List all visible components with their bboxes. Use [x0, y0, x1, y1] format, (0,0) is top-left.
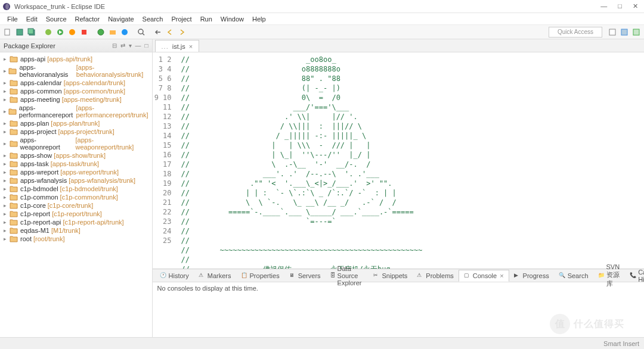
save-all-icon[interactable]: [26, 27, 37, 38]
menu-run[interactable]: Run: [197, 14, 216, 24]
bottom-tab-markers[interactable]: ⚠Markers: [194, 270, 236, 281]
external-tools-icon[interactable]: [79, 27, 89, 38]
tree-item[interactable]: ▸apps-task[apps-task/trunk]: [4, 160, 148, 168]
folder-icon: [10, 88, 18, 95]
tree-item[interactable]: ▸c1p-common[c1p-common/trunk]: [4, 193, 148, 201]
expand-icon[interactable]: ▸: [4, 80, 10, 86]
forward-icon[interactable]: [177, 27, 187, 38]
expand-icon[interactable]: ▸: [4, 236, 10, 242]
minimize-button[interactable]: —: [600, 2, 607, 10]
new-package-icon[interactable]: [107, 27, 118, 38]
bottom-tab-progress[interactable]: ▶Progress: [509, 270, 554, 281]
menu-source[interactable]: Source: [42, 14, 70, 24]
save-icon[interactable]: [14, 27, 25, 38]
tree-item[interactable]: ▸apps-behavioranalysis[apps-behavioranal…: [4, 63, 148, 79]
tree-item[interactable]: ▸apps-wfanalysis[apps-wfanalysis/trunk]: [4, 176, 148, 185]
search-icon[interactable]: [136, 27, 147, 38]
expand-icon[interactable]: ▸: [4, 68, 8, 74]
tree-item[interactable]: ▸c1p-report-api[c1p-report-api/trunk]: [4, 218, 148, 226]
menu-help[interactable]: Help: [249, 14, 270, 24]
expand-icon[interactable]: ▸: [4, 219, 10, 225]
bottom-tab-console[interactable]: ▢Console ×: [459, 270, 509, 282]
status-right: Smart Insert: [603, 340, 639, 347]
tree-item[interactable]: ▸apps-performancereport[apps-performance…: [4, 104, 148, 119]
window-title: Workspace_trunk - Eclipse IDE: [14, 3, 105, 10]
close-tab-icon[interactable]: ×: [189, 43, 193, 50]
tree-item[interactable]: ▸apps-common[apps-common/trunk]: [4, 87, 148, 95]
debug-icon[interactable]: [43, 27, 54, 38]
expand-icon[interactable]: ▸: [4, 96, 10, 102]
bottom-tab-history[interactable]: 🕐History: [155, 270, 194, 281]
bottom-tab-servers[interactable]: 🖥Servers: [284, 270, 326, 281]
bottom-tab-problems[interactable]: ⚠Problems: [412, 270, 458, 281]
tree-item[interactable]: ▸apps-api[apps-api/trunk]: [4, 55, 148, 63]
tree-item[interactable]: ▸apps-plan[apps-plan/trunk]: [4, 119, 148, 127]
tree-item[interactable]: ▸c1p-bdmodel[c1p-bdmodel/trunk]: [4, 185, 148, 193]
bottom-tab-svn-资源库[interactable]: 📁SVN 资源库: [593, 261, 626, 290]
project-tree[interactable]: ▸apps-api[apps-api/trunk]▸apps-behaviora…: [0, 52, 152, 337]
close-button[interactable]: ✕: [633, 2, 638, 10]
expand-icon[interactable]: ▸: [4, 88, 10, 94]
bottom-tab-snippets[interactable]: ✂Snippets: [369, 270, 413, 281]
link-editor-icon[interactable]: ⇄: [120, 42, 125, 49]
last-edit-icon[interactable]: [153, 27, 163, 38]
expand-icon[interactable]: ▸: [4, 177, 10, 183]
menu-project[interactable]: Project: [168, 14, 195, 24]
tree-item[interactable]: ▸apps-project[apps-project/trunk]: [4, 127, 148, 136]
bottom-tab-call-hierarchy[interactable]: 📞Call Hierarchy: [625, 267, 644, 285]
bottom-tab-data-source-explorer[interactable]: 🗄Data Source Explorer: [326, 263, 369, 288]
expand-icon[interactable]: ▸: [4, 141, 10, 147]
java-perspective-icon[interactable]: [619, 27, 630, 38]
menu-file[interactable]: File: [4, 14, 21, 24]
maximize-view-icon[interactable]: □: [145, 42, 148, 49]
collapse-all-icon[interactable]: ⊟: [112, 42, 117, 49]
back-icon[interactable]: [165, 27, 175, 38]
menu-navigate[interactable]: Navigate: [104, 14, 137, 24]
expand-icon[interactable]: ▸: [4, 161, 10, 167]
expand-icon[interactable]: ▸: [4, 202, 10, 208]
tree-item[interactable]: ▸apps-weaponreport[apps-weaponreport/tru…: [4, 136, 148, 151]
tree-item[interactable]: ▸c1p-core[c1p-core/trunk]: [4, 201, 148, 210]
menu-window[interactable]: Window: [217, 14, 247, 24]
bottom-tab-properties[interactable]: 📋Properties: [236, 270, 284, 281]
new-icon[interactable]: [2, 27, 13, 38]
folder-icon: [10, 177, 18, 184]
expand-icon[interactable]: ▸: [4, 120, 10, 126]
menu-refactor[interactable]: Refactor: [72, 14, 104, 24]
expand-icon[interactable]: ▸: [4, 56, 10, 62]
tree-item[interactable]: ▸apps-calendar[apps-calendar/trunk]: [4, 79, 148, 87]
expand-icon[interactable]: ▸: [4, 108, 8, 114]
minimize-view-icon[interactable]: —: [135, 42, 141, 49]
tree-item[interactable]: ▸c1p-report[c1p-report/trunk]: [4, 210, 148, 218]
expand-icon[interactable]: ▸: [4, 228, 10, 233]
toolbar: Quick Access: [0, 25, 644, 39]
menu-search[interactable]: Search: [139, 14, 167, 24]
open-perspective-icon[interactable]: [607, 27, 618, 38]
quick-access-input[interactable]: Quick Access: [549, 27, 602, 38]
maximize-button[interactable]: □: [618, 2, 622, 10]
bottom-tab-search[interactable]: 🔍Search: [554, 270, 593, 281]
expand-icon[interactable]: ▸: [4, 194, 10, 200]
tree-item[interactable]: ▸eqdas-M1[M1/trunk]: [4, 226, 148, 235]
view-menu-icon[interactable]: ▾: [129, 42, 132, 49]
tree-item[interactable]: ▸apps-meeting[apps-meeting/trunk]: [4, 95, 148, 104]
run-icon[interactable]: [55, 27, 66, 38]
open-type-icon[interactable]: [119, 27, 130, 38]
debug-perspective-icon[interactable]: [631, 27, 642, 38]
expand-icon[interactable]: ▸: [4, 152, 10, 158]
folder-icon: [10, 96, 18, 103]
tree-item[interactable]: ▸root[root/trunk]: [4, 235, 148, 243]
expand-icon[interactable]: ▸: [4, 186, 10, 192]
expand-icon[interactable]: ▸: [4, 169, 10, 175]
tree-item[interactable]: ▸apps-wreport[apps-wreport/trunk]: [4, 168, 148, 176]
svg-rect-17: [633, 29, 639, 35]
new-class-icon[interactable]: [95, 27, 106, 38]
expand-icon[interactable]: ▸: [4, 211, 10, 217]
coverage-icon[interactable]: [67, 27, 78, 38]
tree-item[interactable]: ▸apps-show[apps-show/trunk]: [4, 151, 148, 160]
code-content[interactable]: // _oo8oo_ // o8888888o // 88" . "88 // …: [177, 52, 644, 269]
editor-tab[interactable]: ... ist.js ×: [155, 40, 200, 52]
menu-edit[interactable]: Edit: [23, 14, 41, 24]
expand-icon[interactable]: ▸: [4, 129, 10, 135]
close-view-icon[interactable]: ×: [500, 272, 503, 279]
